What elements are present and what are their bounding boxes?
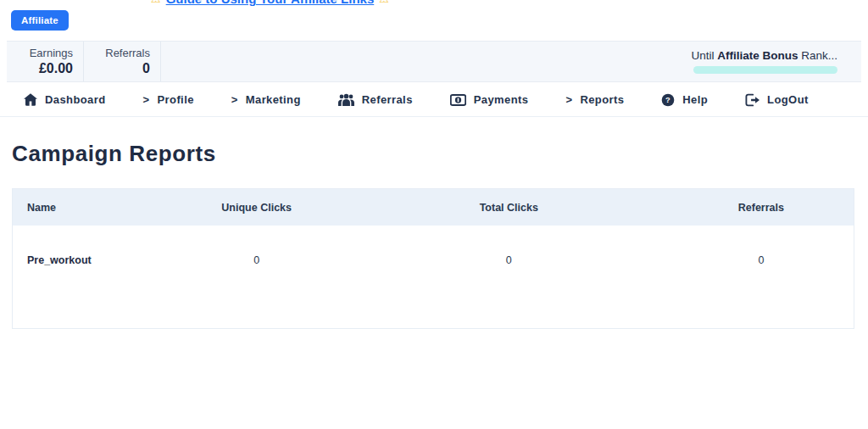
table-row: Pre_workout 0 0 0 [13,226,854,327]
rank-name: Affiliate Bonus [717,49,798,62]
referrals-label: Referrals [105,47,150,60]
top-link-row: ⚠ Guide to Using Your Affiliate Links ⚠ [151,0,389,6]
cell-unique-clicks: 0 [164,226,349,327]
earnings-value: £0.00 [39,60,73,76]
table-header-row: Name Unique Clicks Total Clicks Referral… [13,189,854,226]
nav-label: Referrals [362,93,413,106]
svg-text:?: ? [665,96,670,104]
cell-referrals: 0 [669,226,854,327]
warning-icon: ⚠ [379,0,389,5]
nav-label: Profile [158,93,194,106]
nav-label: LogOut [767,93,809,106]
cell-total-clicks: 0 [349,226,669,327]
chevron-right-icon: > [565,93,572,106]
rank-progress-block: Until Affiliate Bonus Rank... [691,42,861,81]
home-icon [24,93,37,106]
nav-label: Dashboard [45,93,106,106]
question-circle-icon: ? [661,93,675,107]
rank-progress-bar [693,66,837,74]
column-header-total-clicks: Total Clicks [349,189,669,226]
chevron-right-icon: > [143,93,150,106]
chevron-right-icon: > [231,93,238,106]
banknote-icon [450,94,466,106]
warning-icon: ⚠ [151,0,161,5]
earnings-label: Earnings [30,47,73,60]
main-nav: Dashboard > Profile > Marketing Referral… [0,83,868,117]
rank-progress-label: Until Affiliate Bonus Rank... [691,49,837,62]
nav-item-referrals[interactable]: Referrals [338,93,413,106]
nav-item-dashboard[interactable]: Dashboard [24,93,106,106]
page-title: Campaign Reports [12,141,216,167]
nav-item-profile[interactable]: > Profile [143,93,194,106]
nav-item-help[interactable]: ? Help [661,93,708,107]
nav-label: Marketing [246,93,301,106]
column-header-referrals: Referrals [669,189,854,226]
users-icon [338,93,354,106]
referrals-value: 0 [142,60,150,76]
logout-icon [745,93,760,107]
referrals-stat: Referrals 0 [84,42,161,81]
nav-item-reports[interactable]: > Reports [565,93,624,106]
cell-campaign-name: Pre_workout [13,226,164,327]
stats-spacer [161,42,691,81]
campaign-reports-table: Name Unique Clicks Total Clicks Referral… [12,188,854,329]
nav-label: Payments [474,93,529,106]
nav-label: Reports [580,93,624,106]
column-header-name: Name [13,189,164,226]
column-header-unique-clicks: Unique Clicks [164,189,349,226]
affiliate-button[interactable]: Affiliate [11,10,69,31]
affiliate-dashboard-page: ⚠ Guide to Using Your Affiliate Links ⚠ … [0,0,868,429]
stats-bar: Earnings £0.00 Referrals 0 Until Affilia… [7,41,861,82]
nav-item-logout[interactable]: LogOut [745,93,809,107]
nav-item-marketing[interactable]: > Marketing [231,93,301,106]
nav-label: Help [682,93,708,106]
earnings-stat: Earnings £0.00 [7,42,84,81]
nav-item-payments[interactable]: Payments [450,93,529,106]
affiliate-guide-link[interactable]: Guide to Using Your Affiliate Links [166,0,375,6]
